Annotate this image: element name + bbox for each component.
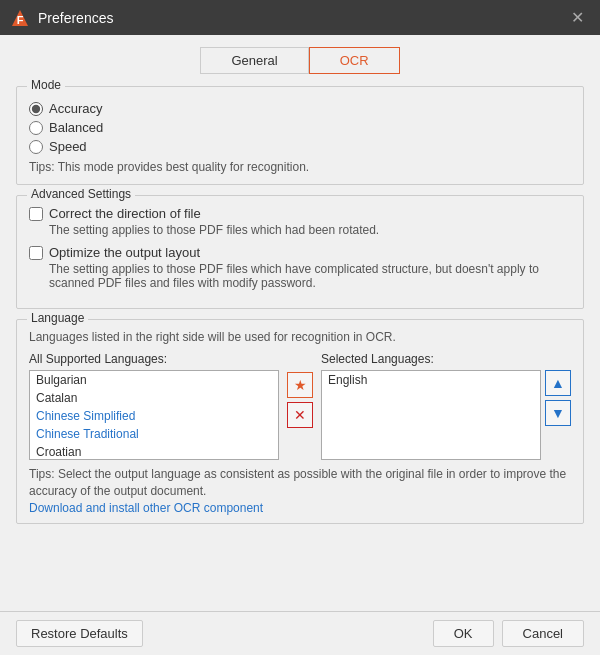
bottom-bar: Restore Defaults OK Cancel	[0, 611, 600, 655]
remove-language-button[interactable]: ✕	[287, 402, 313, 428]
list-item[interactable]: Chinese Traditional	[30, 425, 278, 443]
list-item[interactable]: Croatian	[30, 443, 278, 460]
ok-button[interactable]: OK	[433, 620, 494, 647]
cancel-button[interactable]: Cancel	[502, 620, 584, 647]
tab-bar: General OCR	[16, 47, 584, 74]
list-item[interactable]: Chinese Simplified	[30, 407, 278, 425]
selected-order-buttons: ▲ ▼	[545, 370, 571, 426]
optimize-layout-checkbox[interactable]	[29, 246, 43, 260]
language-columns: All Supported Languages: Bulgarian Catal…	[29, 352, 571, 460]
correct-direction-item: Correct the direction of file	[29, 206, 571, 221]
mode-accuracy: Accuracy	[29, 101, 571, 116]
optimize-layout-item: Optimize the output layout	[29, 245, 571, 260]
close-button[interactable]: ✕	[565, 6, 590, 29]
advanced-settings-label: Advanced Settings	[27, 187, 135, 201]
title-bar: F Preferences ✕	[0, 0, 600, 35]
move-up-button[interactable]: ▲	[545, 370, 571, 396]
app-icon: F	[10, 8, 30, 28]
correct-direction-desc: The setting applies to those PDF files w…	[49, 223, 571, 237]
mode-radio-group: Accuracy Balanced Speed	[29, 101, 571, 154]
mode-accuracy-radio[interactable]	[29, 102, 43, 116]
svg-text:F: F	[17, 14, 24, 26]
mode-speed-radio[interactable]	[29, 140, 43, 154]
language-section: Language Languages listed in the right s…	[16, 319, 584, 524]
mode-balanced-label: Balanced	[49, 120, 103, 135]
list-item[interactable]: Catalan	[30, 389, 278, 407]
list-item[interactable]: Bulgarian	[30, 371, 278, 389]
mode-accuracy-label: Accuracy	[49, 101, 102, 116]
optimize-layout-desc: The setting applies to those PDF files w…	[49, 262, 571, 290]
language-section-label: Language	[27, 311, 88, 325]
mode-section-label: Mode	[27, 78, 65, 92]
mode-tips: Tips: This mode provides best quality fo…	[29, 160, 571, 174]
selected-languages-title: Selected Languages:	[321, 352, 571, 366]
add-language-button[interactable]: ★	[287, 372, 313, 398]
advanced-settings-section: Advanced Settings Correct the direction …	[16, 195, 584, 309]
language-tips: Tips: Select the output language as cons…	[29, 466, 571, 500]
mode-speed: Speed	[29, 139, 571, 154]
move-down-button[interactable]: ▼	[545, 400, 571, 426]
all-languages-list[interactable]: Bulgarian Catalan Chinese Simplified Chi…	[29, 370, 279, 460]
correct-direction-checkbox[interactable]	[29, 207, 43, 221]
all-languages-title: All Supported Languages:	[29, 352, 279, 366]
correct-direction-label: Correct the direction of file	[49, 206, 201, 221]
content-area: General OCR Mode Accuracy Balanced Speed	[0, 35, 600, 611]
download-ocr-link[interactable]: Download and install other OCR component	[29, 501, 263, 515]
mode-speed-label: Speed	[49, 139, 87, 154]
window-title: Preferences	[38, 10, 565, 26]
selected-languages-list[interactable]: English	[321, 370, 541, 460]
mode-balanced-radio[interactable]	[29, 121, 43, 135]
language-transfer-buttons: ★ ✕	[287, 352, 313, 428]
optimize-layout-label: Optimize the output layout	[49, 245, 200, 260]
selected-languages-col: Selected Languages: English ▲ ▼	[321, 352, 571, 460]
tab-general[interactable]: General	[200, 47, 308, 74]
restore-defaults-button[interactable]: Restore Defaults	[16, 620, 143, 647]
tab-ocr[interactable]: OCR	[309, 47, 400, 74]
all-languages-col: All Supported Languages: Bulgarian Catal…	[29, 352, 279, 460]
list-item[interactable]: English	[322, 371, 540, 389]
mode-balanced: Balanced	[29, 120, 571, 135]
preferences-window: F Preferences ✕ General OCR Mode Accurac…	[0, 0, 600, 655]
language-desc: Languages listed in the right side will …	[29, 330, 571, 344]
mode-section: Mode Accuracy Balanced Speed Tips: This …	[16, 86, 584, 185]
